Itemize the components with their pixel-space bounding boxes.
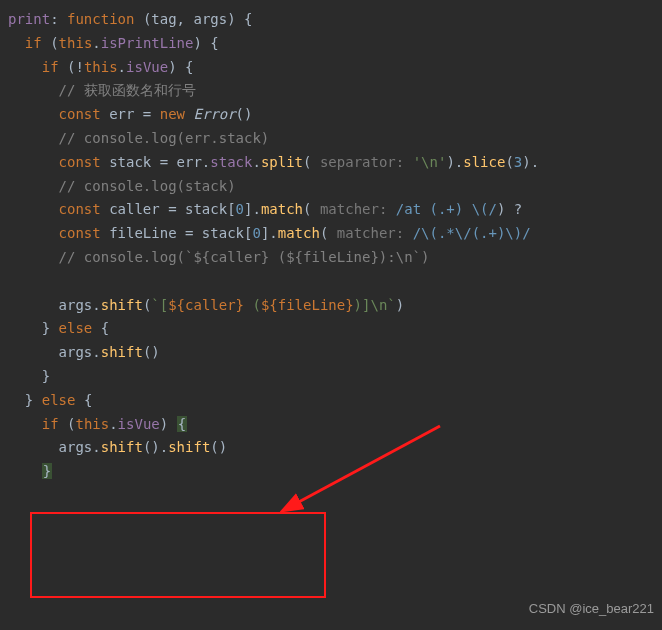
code-property: print (8, 11, 50, 27)
watermark: CSDN @ice_bear221 (529, 598, 654, 620)
code-comment: // 获取函数名和行号 (8, 82, 196, 98)
code-block: print: function (tag, args) { if (this.i… (0, 0, 662, 484)
highlight-annotation (30, 512, 326, 598)
